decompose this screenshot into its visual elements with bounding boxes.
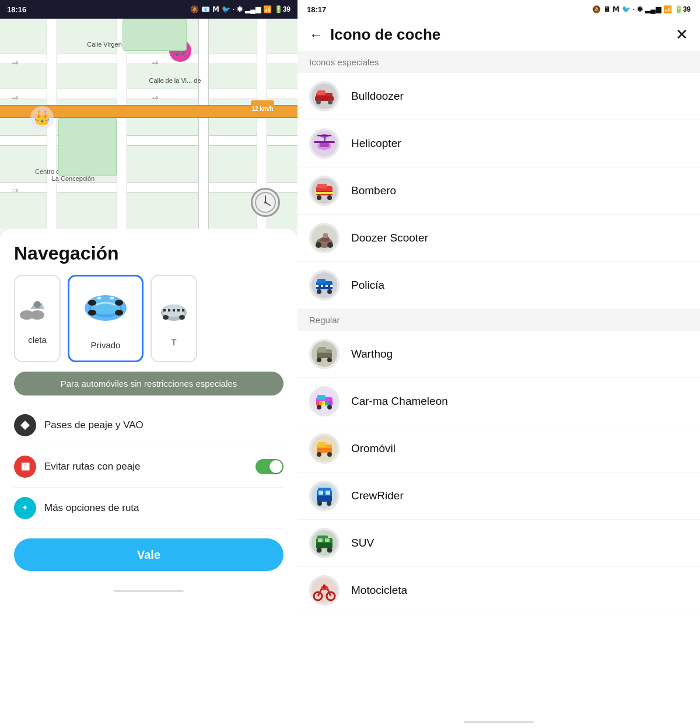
svg-point-7: [20, 310, 34, 320]
doozer-scooter-label: Doozer Scooter: [351, 232, 428, 244]
option-mas-label: Más opciones de ruta: [44, 502, 284, 514]
green-area2: [123, 19, 187, 51]
svg-rect-18: [163, 309, 166, 312]
svg-point-8: [34, 301, 41, 308]
tab-taxi[interactable]: T: [150, 275, 197, 362]
arrow5: ⇒: [12, 186, 19, 195]
vehicle-tabs: cleta: [14, 275, 284, 362]
status-bar-right: 18:17 🔕 🖥 𝗠 🐦 · ✱ ▂▄▆ 📶 🔋39: [298, 0, 700, 19]
doozer-scooter-icon: [309, 223, 340, 253]
evitar-toggle[interactable]: [256, 459, 284, 474]
svg-point-80: [317, 405, 321, 410]
taxi-icon: [156, 290, 191, 332]
list-item-crewrider[interactable]: CrewRider: [298, 473, 700, 520]
green-area1: [58, 118, 117, 176]
svg-point-16: [110, 296, 114, 299]
suv-label: SUV: [351, 537, 374, 550]
status-icons-right: 🔕 🖥 𝗠 🐦 · ✱ ▂▄▆ 📶 🔋39: [592, 5, 691, 13]
svg-rect-22: [182, 309, 184, 312]
bottom-bar-right: [464, 721, 534, 723]
arrow1: ⇒: [12, 58, 19, 67]
svg-rect-79: [328, 401, 330, 405]
list-item-oromovil[interactable]: Oromóvil: [298, 425, 700, 473]
svg-rect-62: [330, 285, 332, 287]
list-item-helicopter[interactable]: Helicopter: [298, 120, 700, 167]
motocicleta-label: Motocicleta: [351, 584, 407, 597]
right-panel: 18:17 🔕 🖥 𝗠 🐦 · ✱ ▂▄▆ 📶 🔋39 ← Icono de c…: [298, 0, 700, 728]
svg-rect-93: [326, 491, 330, 495]
list-item-suv[interactable]: SUV: [298, 520, 700, 567]
option-peaje-vao[interactable]: Pases de peaje y VAO: [14, 405, 284, 446]
diamond-icon: [14, 414, 36, 436]
svg-rect-20: [173, 309, 175, 312]
motocicleta-icon: [309, 575, 340, 606]
svg-rect-47: [315, 192, 334, 194]
svg-point-69: [317, 358, 321, 362]
svg-rect-60: [321, 285, 323, 287]
svg-point-35: [328, 100, 332, 104]
svg-point-34: [316, 100, 321, 104]
policia-label: Policía: [351, 279, 384, 292]
vale-button[interactable]: Vale: [14, 538, 284, 571]
road-v3: [198, 19, 209, 229]
bombero-icon: [309, 176, 340, 206]
svg-point-5: [264, 201, 267, 204]
svg-point-86: [317, 452, 321, 457]
tab-moto-label: cleta: [28, 335, 47, 345]
back-button[interactable]: ←: [309, 27, 323, 43]
svg-point-24: [179, 315, 185, 320]
icon-list-scroll[interactable]: Iconos especiales Bulldoozer: [298, 51, 700, 716]
status-bar-left: 18:16 🔕 📧 𝗠 🐦 · ✱ ▂▄▆ 📶 🔋39: [0, 0, 298, 19]
svg-rect-78: [325, 401, 328, 405]
bottom-bar-indicator: [114, 590, 184, 592]
svg-point-70: [327, 358, 332, 362]
status-icons-left: 🔕 📧 𝗠 🐦 · ✱ ▂▄▆ 📶 🔋39: [190, 5, 290, 13]
list-item-motocicleta[interactable]: Motocicleta: [298, 567, 700, 614]
crewrider-icon: [309, 481, 340, 511]
close-button[interactable]: ✕: [676, 26, 688, 44]
car-ma-chameleon-icon: [309, 386, 340, 416]
svg-point-11: [88, 310, 96, 316]
svg-point-23: [163, 315, 169, 320]
bombero-label: Bombero: [351, 184, 396, 197]
svg-point-87: [327, 452, 332, 457]
policia-icon: [309, 270, 340, 300]
warthog-icon: [309, 339, 340, 369]
list-item-bombero[interactable]: Bombero: [298, 167, 700, 215]
nav-title: Navegación: [14, 243, 284, 264]
options-list: Pases de peaje y VAO 🅿 Evitar rutas con …: [14, 405, 284, 529]
list-item-bulldoozer[interactable]: Bulldoozer: [298, 73, 700, 120]
warthog-label: Warthog: [351, 348, 393, 360]
svg-rect-54: [323, 233, 328, 238]
svg-point-53: [327, 242, 333, 248]
svg-rect-74: [317, 395, 326, 400]
privado-icon: [79, 288, 132, 335]
car-ma-chameleon-label: Car-ma Chameleon: [351, 395, 448, 408]
option-mas-opciones[interactable]: ✦ Más opciones de ruta: [14, 488, 284, 529]
svg-point-12: [115, 310, 123, 316]
svg-text:🅿: 🅿: [22, 463, 30, 471]
svg-rect-76: [319, 401, 322, 405]
option-evitar-label: Evitar rutas con peaje: [44, 461, 247, 473]
toll-icon: 🅿: [14, 456, 36, 478]
tab-privado[interactable]: Privado: [68, 275, 144, 362]
oromovil-label: Oromóvil: [351, 442, 396, 455]
crewrider-label: CrewRider: [351, 489, 404, 502]
svg-rect-75: [316, 401, 319, 405]
road-h3: [0, 135, 298, 146]
list-item-doozer-scooter[interactable]: Doozer Scooter: [298, 215, 700, 262]
option-evitar-peaje[interactable]: 🅿 Evitar rutas con peaje: [14, 446, 284, 488]
list-item-warthog[interactable]: Warthog: [298, 331, 700, 378]
svg-point-48: [317, 195, 321, 200]
list-item-policia[interactable]: Policía: [298, 262, 700, 309]
svg-rect-21: [177, 309, 180, 312]
svg-point-49: [327, 195, 332, 200]
panel-title: Icono de coche: [330, 26, 440, 44]
tab-moto[interactable]: cleta: [14, 275, 61, 362]
car-icon-map: 👑: [29, 105, 55, 126]
svg-rect-92: [318, 491, 323, 495]
svg-point-103: [327, 548, 332, 553]
svg-point-14: [115, 300, 123, 306]
list-item-car-ma-chameleon[interactable]: Car-ma Chameleon: [298, 378, 700, 425]
moto-icon: [20, 293, 55, 330]
